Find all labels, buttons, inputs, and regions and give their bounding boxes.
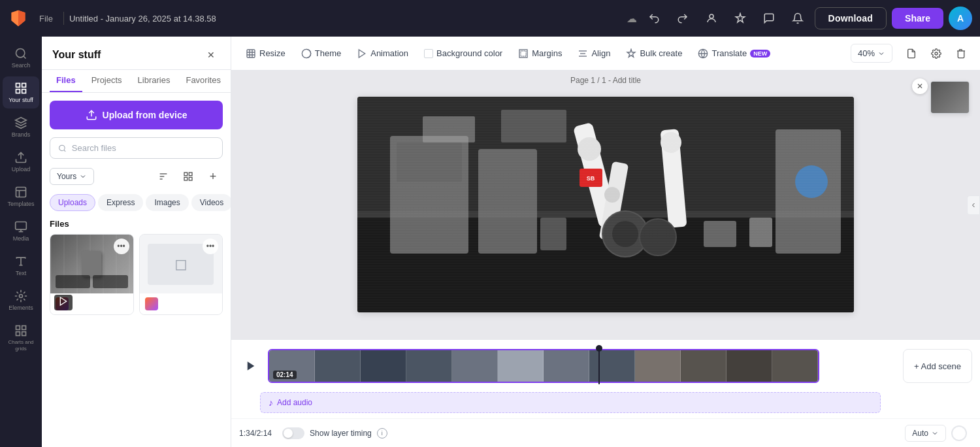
canvas-frame[interactable]: SB: [357, 97, 854, 312]
sidebar-item-media[interactable]: Media: [3, 215, 39, 247]
timeline-track[interactable]: 02:14: [268, 348, 898, 384]
svg-rect-24: [247, 50, 255, 58]
chip-images[interactable]: Images: [146, 194, 188, 211]
collapse-panel-button[interactable]: [967, 195, 980, 215]
panel-close-button[interactable]: ✕: [202, 46, 220, 64]
layer-timing-label: Show layer timing: [310, 429, 372, 438]
comment-button[interactable]: [757, 7, 781, 30]
grid-view-button[interactable]: [178, 167, 198, 186]
tab-favorites[interactable]: Favorites: [179, 70, 227, 92]
svg-marker-23: [60, 297, 66, 305]
svg-rect-13: [16, 332, 20, 336]
sidebar-item-search[interactable]: Search: [3, 42, 39, 74]
canvas-content: SB: [357, 97, 854, 312]
thumb-cell-2: [315, 350, 361, 382]
filter-dropdown[interactable]: Yours: [50, 168, 94, 185]
sidebar-item-templates[interactable]: Templates: [3, 180, 39, 212]
time-display: 1:34/2:14: [239, 429, 272, 438]
chip-videos[interactable]: Videos: [191, 194, 231, 211]
settings-button[interactable]: [925, 42, 947, 65]
profile-button[interactable]: [700, 7, 723, 30]
document-title: Untitled - January 26, 2025 at 14.38.58: [69, 14, 621, 24]
notes-button[interactable]: [900, 42, 923, 65]
svg-point-33: [935, 52, 938, 55]
bg-color-button[interactable]: Background color: [417, 44, 509, 62]
page-label: Page 1 / 1 - Add title: [570, 76, 641, 85]
svg-rect-7: [16, 188, 26, 197]
timeline-right: Auto: [905, 425, 972, 442]
topbar-actions: Download Share A: [642, 7, 972, 30]
quality-indicator[interactable]: [951, 425, 967, 441]
file-menu[interactable]: File: [34, 11, 58, 26]
svg-point-9: [20, 295, 23, 298]
svg-rect-19: [184, 173, 188, 176]
bulk-create-button[interactable]: Bulk create: [619, 44, 689, 63]
zoom-control[interactable]: 40%: [851, 44, 892, 63]
sidebar-item-text[interactable]: Text: [3, 250, 39, 282]
tab-libraries[interactable]: Libraries: [131, 70, 177, 92]
theme-button[interactable]: Theme: [295, 44, 348, 63]
layer-timing-switch[interactable]: [282, 427, 304, 439]
margins-button[interactable]: Margins: [512, 44, 568, 63]
cloud-save-icon: ☁: [627, 12, 637, 25]
clip-inner: [269, 350, 818, 382]
files-grid: ••• ◻: [50, 234, 223, 315]
sidebar-item-upload[interactable]: Upload: [3, 146, 39, 178]
canvas-area[interactable]: Page 1 / 1 - Add title: [231, 71, 980, 339]
svg-rect-8: [16, 222, 27, 230]
align-button[interactable]: Align: [571, 44, 617, 63]
undo-button[interactable]: [642, 7, 666, 30]
app-logo[interactable]: [8, 8, 29, 29]
mini-preview-close-button[interactable]: ✕: [912, 78, 928, 94]
chip-express[interactable]: Express: [98, 194, 143, 211]
video-clip[interactable]: 02:14: [268, 349, 819, 383]
svg-point-0: [710, 14, 713, 18]
tab-projects[interactable]: Projects: [85, 70, 129, 92]
sidebar-item-your-stuff[interactable]: Your stuff: [3, 76, 39, 108]
translate-button[interactable]: Translate NEW: [691, 44, 777, 63]
timeline-top: 02:14 + Add scene: [231, 340, 980, 392]
info-icon[interactable]: i: [377, 428, 387, 439]
magic-button[interactable]: [728, 7, 752, 30]
resize-button[interactable]: Resize: [239, 44, 292, 63]
chip-uploads[interactable]: Uploads: [50, 194, 95, 211]
svg-rect-20: [189, 173, 192, 176]
redo-button[interactable]: [671, 7, 694, 30]
dropdown-arrow-icon: [79, 173, 87, 180]
files-panel: Your stuff ✕ Files Projects Libraries Fa…: [42, 37, 231, 447]
search-input[interactable]: [72, 143, 214, 153]
animation-button[interactable]: Animation: [350, 44, 415, 63]
notification-button[interactable]: [786, 7, 809, 30]
file-card-2[interactable]: ◻ •••: [139, 234, 223, 315]
svg-point-1: [16, 49, 25, 58]
topbar: File Untitled - January 26, 2025 at 14.3…: [0, 0, 980, 37]
sort-button[interactable]: [154, 167, 173, 186]
panel-title: Your stuff: [52, 49, 101, 61]
thumb-cell-6: [498, 350, 544, 382]
thumb-cell-4: [406, 350, 452, 382]
add-scene-button[interactable]: + Add scene: [903, 349, 972, 383]
play-button[interactable]: [239, 354, 263, 378]
file-more-button-2[interactable]: •••: [203, 239, 218, 254]
file-card-1[interactable]: •••: [50, 234, 134, 315]
quality-dropdown[interactable]: Auto: [905, 425, 946, 442]
panel-header: Your stuff ✕: [42, 37, 231, 70]
timeline-scrubber[interactable]: [598, 348, 600, 384]
sidebar-item-charts[interactable]: Charts and grids: [3, 319, 39, 357]
delete-button[interactable]: [950, 42, 972, 65]
file-logo-2: [145, 297, 158, 310]
file-more-button-1[interactable]: •••: [114, 239, 129, 254]
toolbar: Resize Theme Animation Background color …: [231, 37, 980, 71]
download-button[interactable]: Download: [815, 7, 887, 29]
svg-rect-3: [22, 84, 26, 88]
share-button[interactable]: Share: [892, 8, 943, 29]
sidebar-item-brands[interactable]: Brands: [3, 111, 39, 143]
svg-rect-22: [189, 177, 192, 180]
thumb-strip: [269, 350, 818, 382]
tab-files[interactable]: Files: [50, 70, 82, 92]
upload-from-device-button[interactable]: Upload from device: [50, 101, 223, 129]
add-audio-button[interactable]: ♪ Add audio: [260, 392, 881, 413]
sidebar-item-elements[interactable]: Elements: [3, 284, 39, 316]
add-folder-button[interactable]: +: [203, 167, 223, 186]
user-avatar[interactable]: A: [949, 7, 972, 30]
